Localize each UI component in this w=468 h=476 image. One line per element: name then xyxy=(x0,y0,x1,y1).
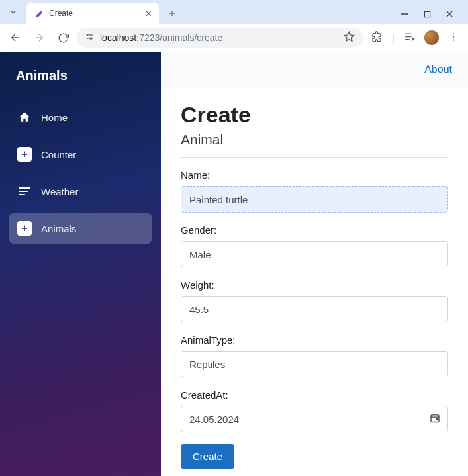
arrow-right-icon xyxy=(33,32,45,44)
about-link[interactable]: About xyxy=(424,64,452,75)
form-group-animaltype: AnimalType: xyxy=(181,334,448,377)
forward-button xyxy=(29,28,49,48)
page-title: Create xyxy=(181,102,448,128)
minimize-icon xyxy=(400,10,408,18)
animaltype-input[interactable] xyxy=(181,351,448,377)
plus-icon xyxy=(167,9,177,18)
main-content: Create Animal Name: Gender: Weight: Anim… xyxy=(161,87,468,476)
gender-label: Gender: xyxy=(181,224,448,236)
profile-avatar[interactable] xyxy=(424,30,439,45)
createdat-label: CreatedAt: xyxy=(181,389,448,401)
content-area: About Create Animal Name: Gender: Weight… xyxy=(161,52,468,476)
weight-label: Weight: xyxy=(181,279,448,291)
toolbar-right: | xyxy=(367,30,463,45)
sidebar-nav: Home + Counter Weather + Animals xyxy=(0,95,161,250)
name-input[interactable] xyxy=(181,186,448,213)
browser-tab[interactable]: Create ✕ xyxy=(26,3,159,24)
new-tab-button[interactable] xyxy=(163,4,181,23)
separator: | xyxy=(392,32,395,43)
sidebar-item-label: Home xyxy=(41,112,68,123)
toolbar: localhost:7223/animals/create | xyxy=(0,24,468,52)
plus-tile-icon: + xyxy=(17,221,32,236)
window-controls xyxy=(399,9,464,20)
window-minimize-button[interactable] xyxy=(399,9,410,20)
url-text: localhost:7223/animals/create xyxy=(100,32,338,43)
window-close-button[interactable] xyxy=(444,9,455,20)
music-icon xyxy=(404,31,415,42)
form-group-name: Name: xyxy=(181,169,448,213)
sidebar-item-counter[interactable]: + Counter xyxy=(9,139,152,169)
tabs-dropdown-button[interactable] xyxy=(4,3,23,21)
sidebar-item-label: Animals xyxy=(41,223,76,234)
svg-marker-12 xyxy=(345,32,354,40)
sidebar-item-label: Counter xyxy=(41,149,76,160)
chevron-down-icon xyxy=(9,7,18,17)
sidebar: Animals Home + Counter Weather + Animals xyxy=(0,52,161,476)
list-icon xyxy=(17,184,32,199)
form-group-weight: Weight: xyxy=(181,279,448,322)
svg-point-10 xyxy=(87,34,89,36)
plus-tile-icon: + xyxy=(17,147,32,162)
app-shell: Animals Home + Counter Weather + Animals xyxy=(0,52,468,476)
create-form: Name: Gender: Weight: AnimalType: Create… xyxy=(181,169,448,469)
sidebar-item-label: Weather xyxy=(41,186,78,197)
browser-menu-button[interactable] xyxy=(448,32,459,44)
svg-point-11 xyxy=(90,38,92,40)
weight-input[interactable] xyxy=(181,296,448,322)
tab-strip: Create ✕ xyxy=(0,0,468,24)
url-path: 7223/animals/create xyxy=(139,32,222,43)
media-control-button[interactable] xyxy=(404,31,415,44)
window-maximize-button[interactable] xyxy=(422,9,432,20)
form-group-createdat: CreatedAt: xyxy=(181,389,448,432)
site-settings-icon[interactable] xyxy=(85,32,95,44)
topbar: About xyxy=(161,52,468,87)
reload-icon xyxy=(58,32,69,44)
tab-close-button[interactable]: ✕ xyxy=(145,9,152,19)
extensions-button[interactable] xyxy=(371,31,383,45)
kebab-icon xyxy=(448,32,459,42)
close-icon xyxy=(445,10,453,18)
name-label: Name: xyxy=(181,169,448,181)
divider xyxy=(181,157,448,158)
favicon-icon xyxy=(33,8,44,19)
svg-rect-3 xyxy=(424,11,430,17)
svg-point-13 xyxy=(453,33,454,34)
page-subtitle: Animal xyxy=(181,132,448,148)
reload-button[interactable] xyxy=(53,28,73,48)
svg-point-14 xyxy=(453,36,454,37)
createdat-input[interactable] xyxy=(181,406,448,432)
back-button[interactable] xyxy=(5,28,25,48)
url-host: localhost: xyxy=(100,32,139,43)
tab-title: Create xyxy=(49,9,140,18)
create-button[interactable]: Create xyxy=(181,444,234,469)
form-group-gender: Gender: xyxy=(181,224,448,267)
home-icon xyxy=(17,110,32,124)
brand-title[interactable]: Animals xyxy=(0,55,161,95)
browser-chrome: Create ✕ xyxy=(0,0,468,52)
bookmark-button[interactable] xyxy=(344,31,355,44)
maximize-icon xyxy=(424,11,431,18)
gender-input[interactable] xyxy=(181,241,448,267)
sidebar-item-home[interactable]: Home xyxy=(9,102,152,132)
puzzle-icon xyxy=(371,31,383,43)
sidebar-item-animals[interactable]: + Animals xyxy=(9,213,152,244)
animaltype-label: AnimalType: xyxy=(181,334,448,346)
sidebar-item-weather[interactable]: Weather xyxy=(9,176,152,207)
arrow-left-icon xyxy=(9,32,21,44)
address-bar[interactable]: localhost:7223/animals/create xyxy=(77,28,363,48)
star-icon xyxy=(344,31,355,42)
svg-point-15 xyxy=(453,39,454,40)
